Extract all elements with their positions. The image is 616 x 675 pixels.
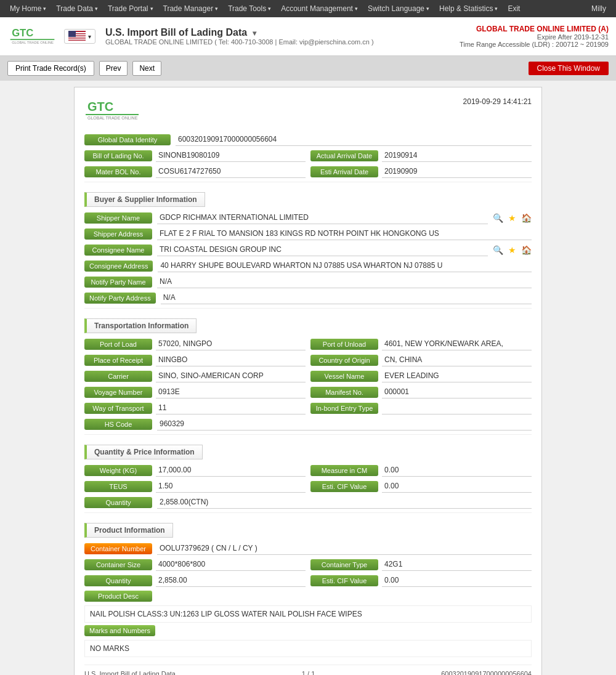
home-icon[interactable]: 🏠 [521, 213, 532, 223]
hs-code-value: 960329 [157, 418, 532, 430]
print-button-top[interactable]: Print Trade Record(s) [7, 61, 94, 76]
account-info: GLOBAL TRADE ONLINE LIMITED (A) Expire A… [460, 25, 609, 48]
search-icon[interactable]: 🔍 [493, 213, 503, 223]
voyage-manifest-row: Voyage Number 0913E Manifest No. 000001 [84, 386, 532, 398]
mater-bol-row: Mater BOL No. COSU6174727650 Esti Arriva… [84, 166, 532, 178]
nav-account-management[interactable]: Account Management ▾ [276, 0, 363, 17]
star-icon[interactable]: ★ [508, 245, 516, 255]
teus-cif-row: TEUS 1.50 Esti. CIF Value 0.00 [84, 480, 532, 493]
svg-rect-7 [68, 39, 86, 40]
quantity-row: Quantity 2,858.00(CTN) [84, 496, 532, 509]
action-bar-top: Print Trade Record(s) Prev Next Close Th… [0, 56, 616, 81]
in-bond-label: In-bond Entry Type [310, 403, 378, 414]
main-content: GTC GLOBAL TRADE ONLINE 2019-09-29 14:41… [0, 81, 616, 675]
nav-trade-manager[interactable]: Trade Manager ▾ [158, 0, 224, 17]
manifest-no-label: Manifest No. [310, 387, 378, 398]
hs-code-label: HS Code [84, 419, 152, 430]
consignee-name-label: Consignee Name [84, 245, 152, 256]
nav-my-home[interactable]: My Home ▾ [5, 0, 51, 17]
chevron-down-icon: ▾ [355, 6, 358, 12]
receipt-origin-row: Place of Receipt NINGBO Country of Origi… [84, 354, 532, 366]
port-of-unload-value: 4601, NEW YORK/NEWARK AREA, [382, 338, 532, 350]
voyage-col: Voyage Number 0913E [84, 386, 306, 398]
nav-help-statistics[interactable]: Help & Statistics ▾ [434, 0, 503, 17]
qty2-cif2-row: Quantity 2,858.00 Esti. CIF Value 0.00 [84, 575, 532, 587]
mater-bol-label: Mater BOL No. [84, 166, 152, 177]
quantity-value: 2,858.00(CTN) [157, 496, 532, 509]
close-button-top[interactable]: Close This Window [529, 62, 609, 75]
global-data-row: Global Data Identity 6003201909170000000… [84, 134, 532, 146]
quantity2-label: Quantity [84, 575, 152, 586]
container-type-label: Container Type [310, 559, 378, 570]
search-icon[interactable]: 🔍 [493, 245, 503, 255]
weight-kg-label: Weight (KG) [84, 465, 152, 476]
nav-switch-language[interactable]: Switch Language ▾ [363, 0, 434, 17]
home-icon[interactable]: 🏠 [521, 245, 532, 255]
marks-numbers-row: Marks and Numbers [84, 625, 532, 636]
doc-footer-page: 1 / 1 [302, 670, 315, 675]
actual-arrival-value: 20190914 [382, 150, 532, 162]
product-desc-label: Product Desc [84, 591, 152, 602]
bol-label: Bill of Lading No. [84, 150, 152, 161]
svg-text:GLOBAL TRADE ONLINE: GLOBAL TRADE ONLINE [12, 40, 54, 44]
timestamp: 2019-09-29 14:41:21 [463, 97, 532, 106]
consignee-address-row: Consignee Address 40 HARRY SHUPE BOULEVA… [84, 260, 532, 272]
notify-party-address-row: Notify Party Address N/A [84, 292, 532, 304]
flag-selector[interactable]: ▾ [64, 29, 95, 44]
measure-col: Measure in CM 0.00 [310, 464, 532, 477]
esti-arrival-label: Esti Arrival Date [310, 166, 378, 177]
hs-code-row: HS Code 960329 [84, 418, 532, 430]
notify-party-name-label: Notify Party Name [84, 277, 152, 288]
global-data-identity-label: Global Data Identity [84, 134, 171, 145]
company-info: U.S. Import Bill of Lading Data ▾ GLOBAL… [105, 27, 460, 46]
product-desc-box: NAIL POLISH CLASS:3 UN:1263 LIP GLOSS WA… [84, 605, 532, 623]
nav-trade-data[interactable]: Trade Data ▾ [51, 0, 103, 17]
port-of-load-label: Port of Load [84, 339, 152, 350]
svg-text:GTC: GTC [12, 27, 33, 39]
port-of-unload-label: Port of Unload [310, 339, 378, 350]
container-size-col: Container Size 4000*806*800 [84, 559, 306, 571]
doc-title: U.S. Import Bill of Lading Data ▾ [105, 27, 460, 38]
chevron-down-icon: ▾ [150, 6, 153, 12]
next-button-top[interactable]: Next [132, 61, 161, 76]
company-contact: GLOBAL TRADE ONLINE LIMITED ( Tel: 400-7… [105, 38, 460, 46]
star-icon[interactable]: ★ [508, 213, 516, 223]
transport-bond-row: Way of Transport 11 In-bond Entry Type [84, 402, 532, 414]
chevron-down-icon: ▾ [426, 6, 429, 12]
bol-arrival-row: Bill of Lading No. SINONB19080109 Actual… [84, 150, 532, 162]
container-type-col: Container Type 42G1 [310, 559, 532, 571]
vessel-name-value: EVER LEADING [382, 370, 532, 382]
header-bar: GTC GLOBAL TRADE ONLINE ▾ U.S. Import Bi… [0, 17, 616, 56]
way-transport-col: Way of Transport 11 [84, 402, 306, 414]
global-data-identity-value: 600320190917000000056604 [176, 134, 532, 146]
voyage-number-label: Voyage Number [84, 387, 152, 398]
product-section: Product Information [84, 523, 173, 538]
mater-bol-col: Mater BOL No. COSU6174727650 [84, 166, 306, 178]
doc-logo-icon: GTC GLOBAL TRADE ONLINE [84, 97, 140, 125]
consignee-name-value: TRI COASTAL DESIGN GROUP INC [157, 244, 488, 256]
top-navigation: My Home ▾ Trade Data ▾ Trade Portal ▾ Tr… [0, 0, 616, 17]
container-type-value: 42G1 [382, 559, 532, 571]
nav-trade-tools[interactable]: Trade Tools ▾ [223, 0, 276, 17]
mater-bol-value: COSU6174727650 [156, 166, 306, 178]
port-unload-col: Port of Unload 4601, NEW YORK/NEWARK ARE… [310, 338, 532, 350]
esti-cif-label: Esti. CIF Value [310, 481, 378, 492]
manifest-no-value: 000001 [382, 386, 532, 398]
teus-value: 1.50 [156, 480, 306, 493]
quantity2-value: 2,858.00 [156, 575, 306, 587]
prev-button-top[interactable]: Prev [99, 61, 128, 76]
vessel-name-label: Vessel Name [310, 371, 378, 382]
consignee-name-row: Consignee Name TRI COASTAL DESIGN GROUP … [84, 244, 532, 256]
doc-footer: U.S. Import Bill of Lading Data 1 / 1 60… [84, 665, 532, 675]
shipper-name-value: GDCP RICHMAX INTERNATIONAL LIMITED [157, 212, 488, 224]
nav-trade-portal[interactable]: Trade Portal ▾ [103, 0, 158, 17]
container-size-value: 4000*806*800 [156, 559, 306, 571]
carrier-vessel-row: Carrier SINO, SINO-AMERICAN CORP Vessel … [84, 370, 532, 382]
port-load-unload-row: Port of Load 57020, NINGPO Port of Unloa… [84, 338, 532, 350]
voyage-number-value: 0913E [156, 386, 306, 398]
doc-footer-title: U.S. Import Bill of Lading Data [84, 670, 176, 675]
container-number-row: Container Number OOLU7379629 ( CN / L / … [84, 543, 532, 555]
chevron-down-icon: ▾ [495, 6, 498, 12]
nav-exit[interactable]: Exit [503, 0, 525, 17]
quantity-label: Quantity [84, 497, 152, 508]
